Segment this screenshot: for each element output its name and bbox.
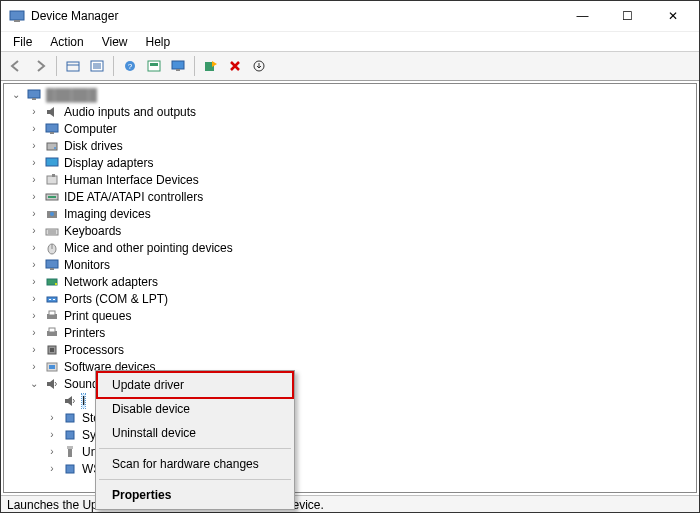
svg-rect-17: [32, 98, 36, 100]
tree-node-label: Print queues: [64, 309, 131, 323]
caret-right-icon[interactable]: ›: [46, 463, 58, 475]
monitor-icon[interactable]: [167, 55, 189, 77]
ctx-update-driver[interactable]: Update driver: [98, 373, 292, 397]
tree-node-label: Imaging devices: [64, 207, 151, 221]
camera-icon: [44, 206, 60, 222]
tree-node[interactable]: ›IDE ATA/ATAPI controllers: [4, 188, 696, 205]
svg-rect-24: [52, 174, 55, 177]
tree-node[interactable]: ›Mice and other pointing devices: [4, 239, 696, 256]
caret-right-icon[interactable]: ›: [46, 412, 58, 424]
caret-right-icon[interactable]: ›: [28, 344, 40, 356]
menu-help[interactable]: Help: [138, 34, 179, 50]
caret-right-icon[interactable]: ›: [28, 106, 40, 118]
computer-icon: [26, 87, 42, 103]
svg-rect-29: [46, 229, 58, 235]
update-icon[interactable]: [248, 55, 270, 77]
forward-button[interactable]: [29, 55, 51, 77]
caret-right-icon[interactable]: ›: [28, 242, 40, 254]
tree-node[interactable]: ›Imaging devices: [4, 205, 696, 222]
menu-file[interactable]: File: [5, 34, 40, 50]
caret-right-icon[interactable]: ›: [28, 259, 40, 271]
tree-node-label: Printers: [64, 326, 105, 340]
svg-rect-2: [67, 62, 79, 71]
tree-node[interactable]: ›Display adapters: [4, 154, 696, 171]
device-icon: [62, 393, 78, 409]
caret-right-icon[interactable]: ›: [28, 225, 40, 237]
menubar: File Action View Help: [1, 31, 699, 51]
caret-right-icon[interactable]: ›: [28, 157, 40, 169]
tree-node[interactable]: ›Ports (COM & LPT): [4, 290, 696, 307]
svg-rect-1: [14, 20, 20, 22]
scan-icon[interactable]: [200, 55, 222, 77]
soft-icon: [44, 359, 60, 375]
tree-node[interactable]: ›Processors: [4, 341, 696, 358]
tree-node[interactable]: ›Keyboards: [4, 222, 696, 239]
svg-rect-50: [66, 431, 74, 439]
svg-point-21: [54, 147, 56, 149]
caret-right-icon[interactable]: [46, 395, 58, 407]
caret-right-icon[interactable]: ›: [28, 327, 40, 339]
caret-down-icon[interactable]: ⌄: [28, 378, 40, 390]
ctx-disable-device[interactable]: Disable device: [98, 397, 292, 421]
tree-root[interactable]: ⌄ ██████: [4, 86, 696, 103]
monitor2-icon: [44, 257, 60, 273]
back-button[interactable]: [5, 55, 27, 77]
close-button[interactable]: ✕: [650, 1, 695, 31]
ctx-scan-hardware[interactable]: Scan for hardware changes: [98, 452, 292, 476]
ctx-properties[interactable]: Properties: [98, 483, 292, 507]
caret-right-icon[interactable]: ›: [46, 446, 58, 458]
tree-node[interactable]: ›Monitors: [4, 256, 696, 273]
speaker-icon: [44, 104, 60, 120]
svg-rect-16: [28, 90, 40, 98]
root-label: ██████: [46, 88, 97, 102]
tree-node[interactable]: ›Printers: [4, 324, 696, 341]
svg-rect-12: [172, 61, 184, 69]
caret-right-icon[interactable]: ›: [28, 140, 40, 152]
svg-rect-52: [67, 446, 73, 449]
menu-view[interactable]: View: [94, 34, 136, 50]
caret-right-icon[interactable]: ›: [28, 174, 40, 186]
caret-right-icon[interactable]: ›: [28, 276, 40, 288]
menu-action[interactable]: Action: [42, 34, 91, 50]
svg-rect-19: [50, 132, 54, 134]
help-icon[interactable]: ?: [119, 55, 141, 77]
tree-node[interactable]: ›Network adapters: [4, 273, 696, 290]
tree-node[interactable]: ›Print queues: [4, 307, 696, 324]
svg-rect-48: [49, 365, 55, 369]
maximize-button[interactable]: ☐: [605, 1, 650, 31]
svg-rect-39: [49, 299, 51, 300]
tree-node-label: Ports (COM & LPT): [64, 292, 168, 306]
tree-node[interactable]: ›Disk drives: [4, 137, 696, 154]
caret-right-icon[interactable]: ›: [28, 310, 40, 322]
show-hide-icon[interactable]: [62, 55, 84, 77]
svg-rect-23: [47, 176, 57, 184]
caret-right-icon[interactable]: ›: [28, 208, 40, 220]
sound-icon: [44, 376, 60, 392]
disk-icon: [44, 138, 60, 154]
device-icon: [62, 427, 78, 443]
tree-node-label: Mice and other pointing devices: [64, 241, 233, 255]
minimize-button[interactable]: —: [560, 1, 605, 31]
tree-node-label: Disk drives: [64, 139, 123, 153]
caret-right-icon[interactable]: ›: [28, 293, 40, 305]
caret-right-icon[interactable]: ›: [46, 429, 58, 441]
tree-node-label: Keyboards: [64, 224, 121, 238]
caret-right-icon[interactable]: ›: [28, 191, 40, 203]
tree-node[interactable]: ›Human Interface Devices: [4, 171, 696, 188]
tree-node[interactable]: ›Computer: [4, 120, 696, 137]
svg-rect-35: [50, 268, 54, 270]
cpu-icon: [44, 342, 60, 358]
ctx-uninstall-device[interactable]: Uninstall device: [98, 421, 292, 445]
tree-node[interactable]: ›Audio inputs and outputs: [4, 103, 696, 120]
window-title: Device Manager: [31, 9, 118, 23]
svg-rect-34: [46, 260, 58, 268]
caret-right-icon[interactable]: ›: [28, 361, 40, 373]
caret-down-icon[interactable]: ⌄: [10, 89, 22, 101]
remove-icon[interactable]: [224, 55, 246, 77]
svg-rect-11: [150, 63, 158, 66]
show-list-icon[interactable]: [86, 55, 108, 77]
caret-right-icon[interactable]: ›: [28, 123, 40, 135]
tree-node-label: Human Interface Devices: [64, 173, 199, 187]
hid-icon: [44, 172, 60, 188]
view-icon[interactable]: [143, 55, 165, 77]
